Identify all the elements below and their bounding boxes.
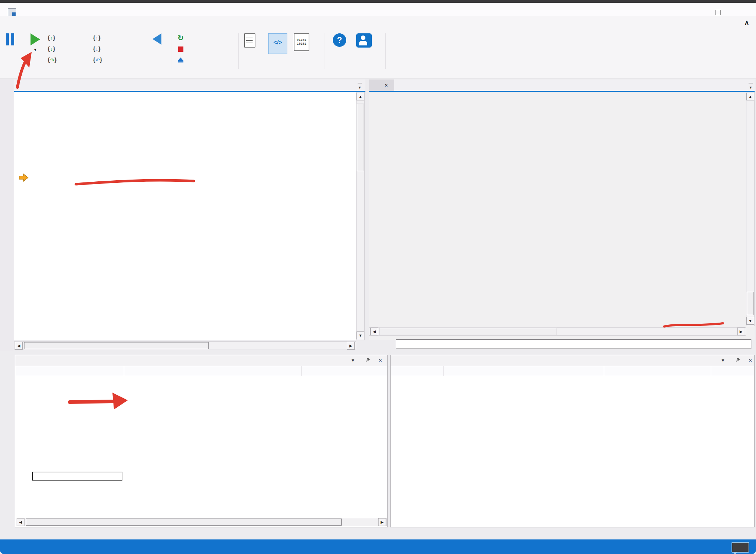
detach-button[interactable]	[177, 55, 187, 65]
settings-icon	[244, 33, 255, 48]
pause-icon	[6, 33, 14, 45]
command-vscroll-thumb[interactable]	[747, 292, 754, 315]
editor-hscroll-thumb[interactable]	[24, 342, 209, 349]
source-mode-button[interactable]: </>	[268, 33, 287, 54]
ribbon-tab-bar	[0, 16, 756, 31]
pane-menu-icon[interactable]: ▼	[748, 83, 754, 90]
help-icon: ?	[333, 33, 346, 47]
restart-icon: ↻	[177, 34, 184, 42]
window-top-edge	[0, 0, 756, 3]
command-output[interactable]	[371, 92, 746, 323]
scroll-right-icon[interactable]: ▶	[378, 518, 386, 526]
scroll-right-icon[interactable]: ▶	[737, 328, 745, 335]
stack-rows	[391, 382, 754, 474]
watch-hscroll-thumb[interactable]	[26, 519, 342, 526]
command-hscroll-thumb[interactable]	[380, 328, 557, 335]
windbg-window: ∧ ▼ {↑} {↓} {↷} {↑} {↓} {↶}	[0, 0, 756, 554]
windbg-app-icon	[8, 8, 16, 17]
title-bar	[0, 3, 756, 16]
step-out-button[interactable]: {↑}	[48, 33, 59, 43]
ribbon: ▼ {↑} {↓} {↷} {↑} {↓} {↶} ↻ </>	[0, 31, 756, 79]
stop-debugging-button[interactable]	[177, 44, 187, 54]
group-separator	[89, 33, 89, 69]
break-button[interactable]	[6, 33, 14, 48]
go-back-icon	[153, 33, 161, 45]
pin-icon[interactable]	[365, 357, 370, 363]
watch-pane-title-bar: ▾ ×	[15, 355, 387, 366]
status-bar	[0, 539, 756, 554]
stack-pane-title-bar: ▾ ×	[391, 355, 754, 366]
watch-pane: ▾ × ◀ ▶	[15, 355, 388, 527]
local-help-button[interactable]: ?	[333, 33, 346, 49]
settings-button[interactable]	[244, 33, 255, 50]
group-separator	[171, 33, 171, 69]
step-out-back-icon: {↑}	[93, 34, 101, 42]
command-tab-bar: ×	[369, 79, 755, 92]
editor-vscroll-thumb[interactable]	[357, 104, 364, 171]
restart-button[interactable]: ↻	[177, 33, 187, 43]
chevron-down-icon: ▼	[33, 48, 37, 52]
source-tab-bar	[14, 79, 365, 92]
feedback-button[interactable]	[356, 33, 372, 50]
group-separator	[238, 33, 239, 69]
stop-icon	[178, 46, 183, 52]
source-code-icon: </>	[271, 34, 285, 51]
chevron-down-icon[interactable]: ▾	[722, 357, 724, 363]
watch-column-headers	[15, 366, 387, 376]
left-dock-strip	[0, 79, 14, 351]
go-button[interactable]: ▼	[31, 33, 40, 52]
close-icon[interactable]: ×	[379, 357, 382, 364]
feedback-person-icon	[356, 33, 372, 48]
scroll-down-icon[interactable]: ▼	[746, 317, 754, 325]
scroll-right-icon[interactable]: ▶	[347, 342, 355, 350]
flow-step-buttons: {↑} {↓} {↷}	[48, 33, 59, 65]
step-into-back-icon: {↓}	[93, 45, 101, 53]
step-into-button[interactable]: {↓}	[48, 44, 59, 54]
tab-command[interactable]: ×	[369, 79, 394, 92]
scroll-up-icon[interactable]: ▲	[357, 93, 364, 100]
maximize-icon	[716, 10, 721, 15]
step-out-back-button[interactable]: {↑}	[93, 33, 105, 43]
stack-column-headers	[391, 366, 754, 376]
pin-icon[interactable]	[735, 357, 740, 363]
group-separator	[385, 33, 386, 69]
scroll-left-icon[interactable]: ◀	[370, 328, 378, 335]
source-editor[interactable]	[15, 95, 355, 340]
end-buttons: ↻	[177, 33, 187, 65]
scroll-up-icon[interactable]: ▲	[746, 93, 754, 100]
add-watch-expression-field[interactable]	[32, 472, 122, 481]
scroll-left-icon[interactable]: ◀	[17, 518, 24, 526]
go-back-button[interactable]	[153, 33, 161, 48]
command-vscrollbar[interactable]	[746, 92, 755, 326]
watch-rows	[15, 379, 387, 479]
tab-overflow-icon[interactable]: ▼	[357, 83, 363, 90]
group-separator	[325, 33, 325, 69]
step-into-back-button[interactable]: {↓}	[93, 44, 105, 54]
step-over-button[interactable]: {↷}	[48, 55, 59, 65]
step-into-icon: {↓}	[48, 45, 55, 53]
assembly-mode-button[interactable]: 0110110101	[294, 33, 309, 53]
ribbon-collapse-icon[interactable]: ∧	[744, 18, 749, 27]
step-over-icon: {↷}	[48, 56, 57, 64]
reverse-step-buttons: {↑} {↓} {↶}	[93, 33, 105, 65]
close-icon[interactable]: ×	[385, 82, 388, 89]
step-over-back-button[interactable]: {↶}	[93, 55, 105, 65]
close-icon[interactable]: ×	[749, 357, 752, 364]
assembly-icon: 0110110101	[294, 33, 309, 51]
feedback-bubble-icon[interactable]	[732, 542, 749, 553]
scroll-down-icon[interactable]: ▼	[357, 331, 364, 339]
chevron-down-icon[interactable]: ▾	[352, 357, 354, 363]
step-out-icon: {↑}	[48, 34, 55, 42]
play-icon	[31, 33, 40, 45]
command-input[interactable]	[396, 339, 751, 349]
stack-pane: ▾ ×	[390, 355, 755, 527]
eject-icon	[177, 57, 184, 62]
scroll-left-icon[interactable]: ◀	[15, 342, 23, 350]
step-over-back-icon: {↶}	[93, 56, 102, 64]
